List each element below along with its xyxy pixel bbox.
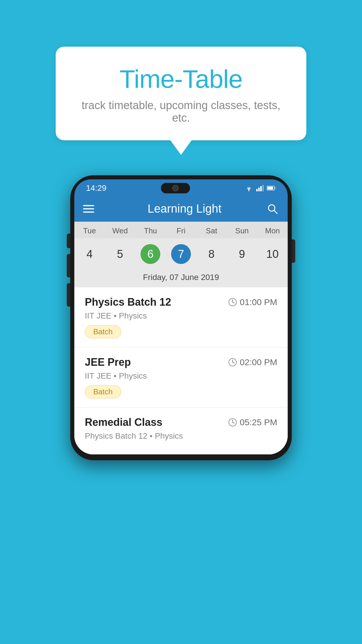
- phone-notch: [161, 183, 190, 193]
- clock-icon-2: [228, 358, 237, 367]
- phone-frame: 14:29: [70, 175, 292, 460]
- svg-line-12: [233, 302, 234, 303]
- search-icon: [267, 203, 278, 214]
- svg-rect-3: [260, 186, 262, 191]
- search-button[interactable]: [266, 202, 279, 215]
- app-title: Learning Light: [103, 202, 266, 215]
- day-header-wed[interactable]: Wed: [105, 222, 136, 238]
- day-cell-6[interactable]: 6: [135, 241, 166, 267]
- page-title: Time-Table: [73, 64, 289, 94]
- svg-rect-4: [262, 185, 264, 191]
- day-num-8: 8: [202, 244, 222, 264]
- battery-icon: [267, 186, 276, 191]
- phone-mockup: 14:29: [70, 175, 292, 460]
- day-cell-4[interactable]: 4: [74, 241, 105, 267]
- schedule-item-1[interactable]: Physics Batch 12 01:00 PM IIT JEE • Phys…: [74, 287, 288, 347]
- status-time: 14:29: [86, 183, 106, 193]
- day-num-10: 10: [263, 244, 282, 264]
- selected-date: Friday, 07 June 2019: [74, 270, 288, 287]
- schedule-item-2[interactable]: JEE Prep 02:00 PM IIT JEE • Physics Batc…: [74, 347, 288, 407]
- day-num-7: 7: [171, 244, 191, 264]
- schedule-item-sub-2: IIT JEE • Physics: [85, 371, 277, 381]
- schedule-item-time-3: 05:25 PM: [228, 417, 277, 427]
- hamburger-line-3: [83, 211, 94, 213]
- schedule-item-header-2: JEE Prep 02:00 PM: [85, 356, 277, 368]
- schedule-item-sub-3: Physics Batch 12 • Physics: [85, 431, 277, 441]
- day-cell-9[interactable]: 9: [227, 241, 257, 267]
- volume-up-button: [67, 254, 70, 277]
- day-cell-7[interactable]: 7: [166, 241, 196, 267]
- svg-line-9: [274, 210, 277, 214]
- svg-rect-2: [258, 188, 260, 191]
- schedule-item-header-1: Physics Batch 12 01:00 PM: [85, 296, 277, 308]
- schedule-item-sub-1: IIT JEE • Physics: [85, 311, 277, 321]
- svg-line-15: [233, 362, 234, 363]
- volume-down-button: [67, 283, 70, 307]
- svg-line-18: [233, 422, 234, 423]
- day-headers-row: Tue Wed Thu Fri Sat Sun Mon: [74, 222, 288, 238]
- wifi-icon: [245, 185, 253, 191]
- schedule-item-name-1: Physics Batch 12: [85, 296, 171, 308]
- day-header-mon[interactable]: Mon: [257, 222, 288, 238]
- day-cell-8[interactable]: 8: [196, 241, 227, 267]
- day-header-thu[interactable]: Thu: [135, 222, 166, 238]
- speech-bubble-container: Time-Table track timetable, upcoming cla…: [56, 47, 306, 140]
- power-button: [292, 239, 295, 263]
- day-cell-5[interactable]: 5: [105, 241, 136, 267]
- schedule-item-header-3: Remedial Class 05:25 PM: [85, 416, 277, 428]
- schedule-list: Physics Batch 12 01:00 PM IIT JEE • Phys…: [74, 287, 288, 454]
- day-header-fri[interactable]: Fri: [166, 222, 196, 238]
- hamburger-line-2: [83, 208, 94, 209]
- hamburger-line-1: [83, 205, 94, 206]
- batch-tag-1: Batch: [85, 325, 121, 338]
- mute-button: [67, 234, 70, 248]
- calendar-strip: Tue Wed Thu Fri Sat Sun Mon 4 5: [74, 222, 288, 287]
- signal-icon: [256, 185, 264, 191]
- page-subtitle: track timetable, upcoming classes, tests…: [73, 99, 289, 124]
- app-header: Learning Light: [74, 196, 288, 222]
- day-numbers-row: 4 5 6 7 8 9: [74, 238, 288, 270]
- day-cell-10[interactable]: 10: [257, 241, 288, 267]
- hamburger-menu[interactable]: [83, 205, 94, 213]
- svg-rect-1: [256, 189, 258, 191]
- schedule-item-3[interactable]: Remedial Class 05:25 PM Physics Batch 12…: [74, 407, 288, 454]
- svg-rect-7: [267, 187, 273, 190]
- status-bar: 14:29: [74, 179, 288, 196]
- clock-icon-1: [228, 298, 237, 307]
- svg-rect-6: [275, 187, 275, 189]
- clock-icon-3: [228, 418, 237, 427]
- front-camera: [172, 185, 179, 191]
- schedule-item-time-2: 02:00 PM: [228, 357, 277, 367]
- schedule-item-name-3: Remedial Class: [85, 416, 162, 428]
- status-icons: [245, 185, 276, 191]
- day-header-sun[interactable]: Sun: [227, 222, 257, 238]
- day-num-5: 5: [110, 244, 130, 264]
- day-num-4: 4: [80, 244, 99, 264]
- schedule-item-time-1: 01:00 PM: [228, 297, 277, 307]
- phone-screen: Learning Light Tue Wed Thu Fri Sat Sun: [74, 196, 288, 454]
- day-header-tue[interactable]: Tue: [74, 222, 105, 238]
- batch-tag-2: Batch: [85, 385, 121, 398]
- speech-bubble: Time-Table track timetable, upcoming cla…: [56, 47, 306, 140]
- svg-point-0: [248, 190, 249, 191]
- schedule-item-name-2: JEE Prep: [85, 356, 131, 368]
- day-num-6: 6: [140, 244, 160, 264]
- day-header-sat[interactable]: Sat: [196, 222, 227, 238]
- day-num-9: 9: [232, 244, 252, 264]
